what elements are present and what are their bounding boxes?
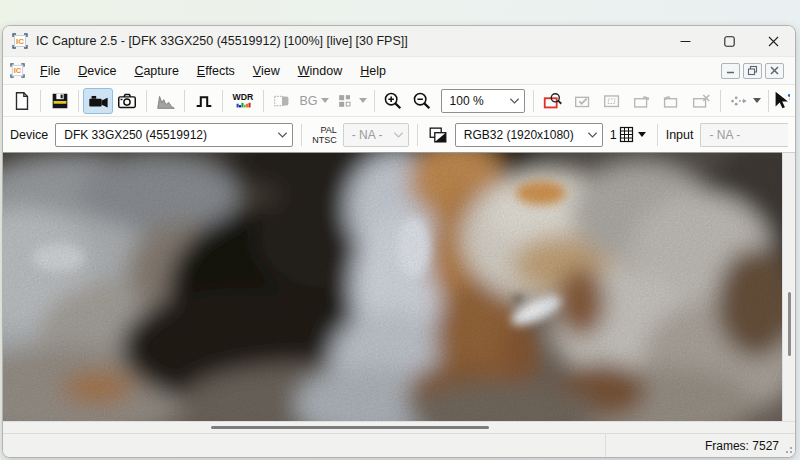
- device-value: DFK 33GX250 (45519912): [64, 128, 277, 142]
- mdi-minimize-icon: [726, 66, 735, 75]
- minimize-icon: [680, 36, 691, 47]
- background-dropdown-button: BG: [297, 88, 333, 114]
- snapshot-button[interactable]: [113, 88, 143, 114]
- maximize-button[interactable]: [707, 26, 751, 56]
- overlay-icon: [271, 90, 293, 112]
- vertical-scrollbar-thumb[interactable]: [788, 292, 791, 356]
- roi-apply-icon: [571, 90, 595, 112]
- status-bar: Frames: 7527: [3, 433, 795, 457]
- roi-grow-icon: [630, 90, 654, 112]
- new-document-icon: [11, 90, 33, 112]
- frames-counter: Frames: 7527: [705, 439, 779, 453]
- roi-undo-icon: [659, 90, 683, 112]
- frames-status-pane: Frames: 7527: [605, 434, 795, 457]
- live-view-area: [3, 152, 795, 421]
- binning-grid-icon: [619, 126, 634, 143]
- input-combo: - NA -: [700, 123, 788, 147]
- binning-value: 1: [610, 128, 617, 142]
- menu-file[interactable]: File: [31, 60, 69, 82]
- pointer-tool-button[interactable]: [773, 88, 791, 114]
- resize-grip[interactable]: [784, 445, 792, 453]
- menu-view[interactable]: View: [244, 60, 289, 82]
- maximize-icon: [724, 36, 735, 47]
- roi-undo-button: [657, 88, 687, 114]
- ntsc-label: NTSC: [312, 135, 337, 145]
- wdr-label: WDR: [233, 92, 254, 102]
- chevron-down-icon: [753, 98, 761, 103]
- chevron-down-icon: [277, 131, 288, 139]
- roi-grow-button: [627, 88, 657, 114]
- chevron-down-icon: [321, 98, 329, 103]
- pal-label: PAL: [312, 125, 337, 135]
- menu-effects[interactable]: Effects: [188, 60, 244, 82]
- roi-zoom-button[interactable]: [538, 88, 568, 114]
- trigger-pulse-icon: [193, 90, 215, 112]
- menu-bar: IC File Device Capture Effects View Wind…: [3, 56, 795, 84]
- roi-center-icon: [600, 90, 624, 112]
- zoom-level-combo[interactable]: 100 %: [441, 89, 526, 113]
- layout-dropdown-button: [332, 88, 369, 114]
- histogram-icon: [155, 90, 177, 112]
- device-combo[interactable]: DFK 33GX250 (45519912): [55, 123, 293, 147]
- chevron-down-icon: [638, 132, 646, 137]
- menu-capture[interactable]: Capture: [125, 60, 187, 82]
- zoom-in-button[interactable]: [379, 88, 408, 114]
- vertical-scrollbar[interactable]: [782, 152, 795, 421]
- close-button[interactable]: [751, 26, 795, 56]
- zoom-in-icon: [382, 90, 404, 112]
- layout-grid-icon: [335, 91, 355, 111]
- menu-window[interactable]: Window: [289, 60, 351, 82]
- main-toolbar: WDR BG: [3, 84, 795, 116]
- menu-device[interactable]: Device: [69, 60, 125, 82]
- save-image-button[interactable]: [45, 88, 74, 114]
- svg-text:IC: IC: [16, 37, 24, 46]
- video-format-icon[interactable]: [426, 124, 450, 146]
- mdi-close-button[interactable]: [765, 63, 784, 79]
- device-toolbar: Device DFK 33GX250 (45519912) PAL NTSC -…: [3, 116, 795, 152]
- mdi-child-app-icon: IC: [10, 63, 25, 78]
- live-display-toggle-button[interactable]: [83, 88, 113, 114]
- wdr-icon: WDR: [230, 90, 256, 112]
- chevron-down-icon: [587, 131, 598, 139]
- window-title: IC Capture 2.5 - [DFK 33GX250 (45519912)…: [36, 34, 408, 48]
- chevron-down-icon: [393, 131, 404, 139]
- new-document-button[interactable]: [7, 88, 36, 114]
- photo-camera-icon: [115, 90, 139, 112]
- roi-delete-icon: [689, 90, 713, 112]
- video-format-value: RGB32 (1920x1080): [464, 128, 587, 142]
- input-label: Input: [666, 128, 694, 142]
- wdr-button[interactable]: WDR: [227, 88, 259, 114]
- video-norm-combo: - NA -: [343, 123, 409, 147]
- mdi-window-controls: [721, 63, 784, 79]
- save-icon: [49, 90, 71, 112]
- video-format-combo[interactable]: RGB32 (1920x1080): [455, 123, 603, 147]
- close-icon: [768, 36, 779, 47]
- video-camera-icon: [86, 90, 110, 112]
- menu-help[interactable]: Help: [351, 60, 395, 82]
- video-norm-value: - NA -: [352, 128, 393, 142]
- chevron-down-icon: [509, 97, 520, 105]
- mdi-minimize-button[interactable]: [721, 63, 740, 79]
- mdi-restore-icon: [747, 65, 758, 76]
- zoom-level-value: 100 %: [450, 94, 510, 108]
- minimize-button[interactable]: [663, 26, 707, 56]
- rock-specimen-image: [3, 153, 782, 421]
- overlay-toggle-button: [268, 88, 297, 114]
- roi-apply-button: [568, 88, 598, 114]
- app-window: IC IC Capture 2.5 - [DFK 33GX250 (455199…: [2, 25, 796, 458]
- horizontal-scrollbar[interactable]: [3, 421, 795, 433]
- svg-text:IC: IC: [14, 66, 22, 75]
- histogram-button[interactable]: [151, 88, 180, 114]
- binning-dropdown-button[interactable]: 1: [607, 122, 649, 148]
- camera-live-image[interactable]: [3, 152, 782, 421]
- input-value: - NA -: [709, 128, 784, 142]
- roi-delete-button: [686, 88, 716, 114]
- mouse-pointer-icon: [773, 90, 791, 112]
- zoom-out-button[interactable]: [408, 88, 437, 114]
- pan-path-dropdown-button: [725, 88, 764, 114]
- device-label: Device: [10, 128, 48, 142]
- horizontal-scrollbar-thumb[interactable]: [211, 426, 489, 429]
- mdi-restore-button[interactable]: [743, 63, 762, 79]
- chevron-down-icon: [359, 98, 367, 103]
- trigger-mode-button[interactable]: [189, 88, 218, 114]
